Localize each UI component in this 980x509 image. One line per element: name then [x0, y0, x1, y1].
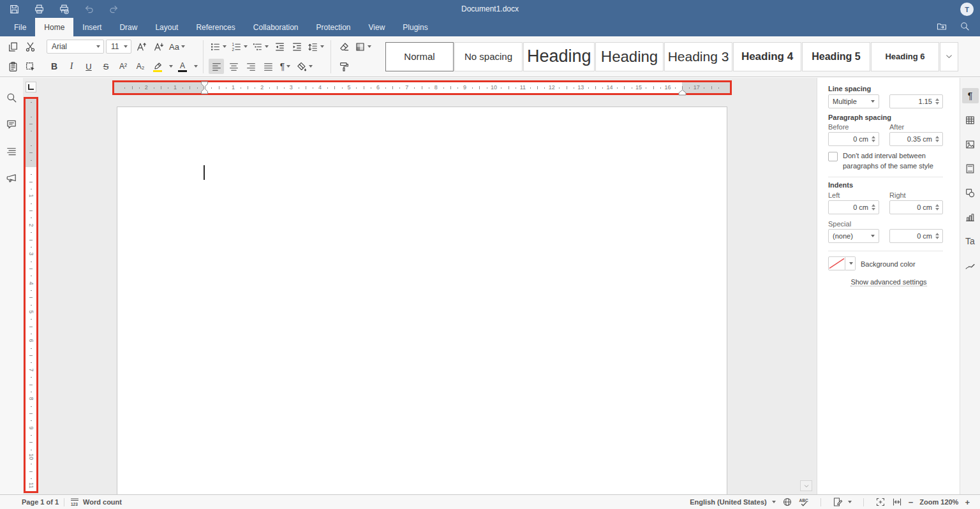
indent-marker[interactable]	[200, 81, 209, 94]
print-button[interactable]	[34, 4, 45, 15]
search-button[interactable]	[960, 21, 970, 34]
horizontal-ruler[interactable]: 211234567891011121314151617	[112, 80, 732, 95]
tab-draw[interactable]: Draw	[110, 18, 146, 36]
navigation-button[interactable]	[6, 145, 17, 159]
line-spacing-amount-spinner[interactable]: 1.15	[889, 94, 943, 108]
style-heading-3[interactable]: Heading 3	[664, 42, 732, 71]
decrease-font-button[interactable]	[151, 39, 166, 54]
paragraph-settings-button[interactable]: ¶	[962, 88, 979, 103]
styles-expand-button[interactable]	[940, 42, 958, 71]
align-left-button[interactable]	[209, 59, 224, 74]
background-color-dropdown[interactable]	[845, 256, 856, 270]
track-changes-button[interactable]	[833, 497, 852, 507]
indent-left-spinner[interactable]: 0 cm	[828, 200, 879, 214]
bold-button[interactable]: B	[47, 59, 62, 74]
strikethrough-button[interactable]: S	[98, 59, 114, 74]
fit-to-page-button[interactable]	[875, 497, 886, 507]
font-color-button[interactable]: A	[175, 59, 190, 74]
style-no-spacing[interactable]: No spacing	[454, 42, 523, 71]
fit-to-width-button[interactable]	[892, 497, 902, 507]
header-footer-settings-button[interactable]	[962, 161, 979, 176]
italic-button[interactable]: I	[64, 59, 79, 74]
color-scheme-button[interactable]	[353, 39, 373, 54]
highlight-color-button[interactable]	[150, 59, 165, 74]
numbering-button[interactable]: 12	[230, 39, 249, 54]
underline-button[interactable]: U	[81, 59, 96, 74]
interval-checkbox[interactable]	[828, 152, 838, 161]
style-heading[interactable]: Heading	[595, 42, 664, 71]
tab-protection[interactable]: Protection	[308, 18, 360, 36]
special-amount-spinner[interactable]: 0 cm	[889, 229, 943, 243]
spell-check-button[interactable]: ABC	[799, 497, 809, 507]
style-heading-1[interactable]: Heading 1	[523, 42, 595, 71]
paste-button[interactable]	[5, 59, 20, 74]
tab-home[interactable]: Home	[35, 18, 73, 36]
feedback-button[interactable]	[6, 172, 17, 186]
right-indent-marker[interactable]	[678, 87, 687, 93]
font-family-select[interactable]: Arial	[47, 40, 104, 54]
style-heading-6[interactable]: Heading 6	[871, 42, 939, 71]
redo-button[interactable]	[108, 4, 119, 15]
line-spacing-select[interactable]: Multiple	[828, 94, 879, 108]
quick-print-button[interactable]	[59, 4, 70, 15]
page-number-button[interactable]: Page 1 of 1	[22, 498, 59, 506]
background-color-picker[interactable]	[828, 256, 856, 270]
avatar[interactable]: T	[960, 3, 974, 16]
tab-plugins[interactable]: Plugins	[394, 18, 436, 36]
background-color-swatch[interactable]	[828, 256, 845, 270]
increase-font-button[interactable]	[133, 39, 149, 54]
find-button[interactable]	[6, 92, 17, 106]
word-count-button[interactable]: 123 Word count	[70, 497, 122, 507]
superscript-button[interactable]: A²	[115, 59, 131, 74]
style-heading-4[interactable]: Heading 4	[733, 42, 801, 71]
style-normal[interactable]: Normal	[385, 42, 454, 71]
zoom-out-button[interactable]: −	[909, 498, 914, 507]
indent-right-spinner[interactable]: 0 cm	[889, 200, 943, 214]
clear-style-button[interactable]	[336, 39, 352, 54]
tab-insert[interactable]: Insert	[73, 18, 110, 36]
signature-settings-button[interactable]	[962, 258, 979, 273]
multilevel-list-button[interactable]	[251, 39, 270, 54]
style-heading-5[interactable]: Heading 5	[802, 42, 870, 71]
tab-file[interactable]: File	[5, 18, 35, 36]
undo-button[interactable]	[84, 4, 94, 15]
tab-stop-selector[interactable]	[26, 82, 36, 92]
spinner-arrows-icon[interactable]	[935, 98, 939, 105]
select-all-button[interactable]	[22, 59, 38, 74]
tab-view[interactable]: View	[360, 18, 394, 36]
chart-settings-button[interactable]	[962, 209, 979, 225]
document-language-button[interactable]	[782, 497, 792, 507]
spinner-arrows-icon[interactable]	[935, 204, 939, 210]
comments-button[interactable]	[6, 119, 17, 133]
align-justify-button[interactable]	[260, 59, 276, 74]
spacing-after-spinner[interactable]: 0.35 cm	[889, 132, 943, 146]
shape-settings-button[interactable]	[962, 185, 979, 200]
font-size-select[interactable]: 11	[106, 40, 131, 54]
document-page[interactable]	[117, 107, 727, 494]
tab-layout[interactable]: Layout	[146, 18, 187, 36]
scrollbar-down-button[interactable]	[800, 480, 812, 491]
shading-button[interactable]	[295, 59, 314, 74]
nonprinting-characters-button[interactable]: ¶	[278, 59, 293, 74]
decrease-indent-button[interactable]	[272, 39, 287, 54]
change-case-button[interactable]: Aa	[168, 39, 186, 54]
interval-checkbox-label[interactable]: Don't add interval between paragraphs of…	[843, 151, 942, 172]
tab-references[interactable]: References	[187, 18, 244, 36]
align-center-button[interactable]	[226, 59, 241, 74]
open-file-location-button[interactable]	[937, 21, 947, 34]
increase-indent-button[interactable]	[289, 39, 304, 54]
show-advanced-settings-link[interactable]: Show advanced settings	[850, 278, 926, 286]
spinner-arrows-icon[interactable]	[872, 204, 875, 210]
align-right-button[interactable]	[243, 59, 258, 74]
spinner-arrows-icon[interactable]	[935, 233, 939, 239]
bullets-button[interactable]	[209, 39, 228, 54]
special-select[interactable]: (none)	[828, 229, 879, 243]
copy-button[interactable]	[5, 39, 20, 54]
spinner-arrows-icon[interactable]	[872, 136, 875, 142]
image-settings-button[interactable]	[962, 136, 979, 152]
save-button[interactable]	[9, 4, 20, 15]
line-spacing-button[interactable]	[306, 39, 325, 54]
spacing-before-spinner[interactable]: 0 cm	[828, 132, 879, 146]
copy-style-button[interactable]	[336, 59, 352, 74]
language-button[interactable]: English (United States)	[690, 498, 775, 506]
